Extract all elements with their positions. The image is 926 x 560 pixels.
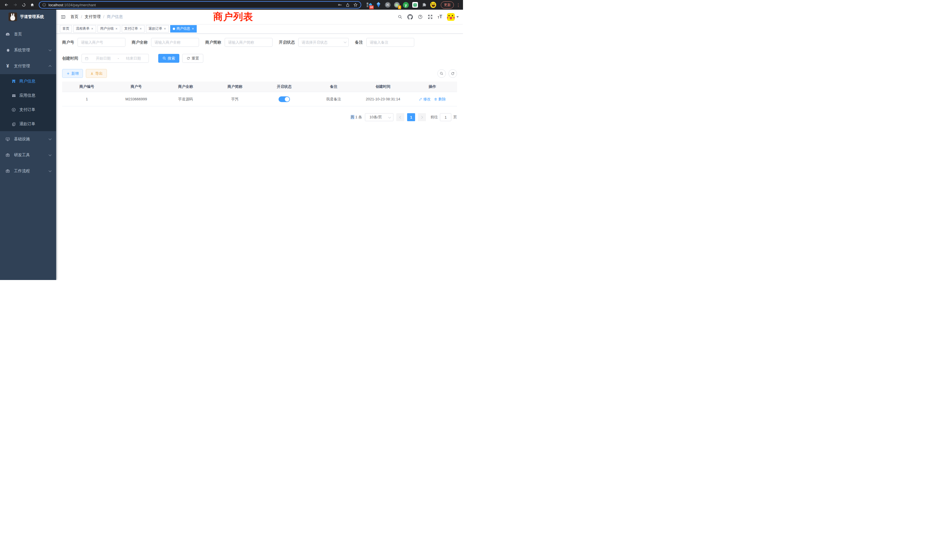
calendar-icon <box>85 56 89 61</box>
tab-process-form[interactable]: 流程表单 × <box>73 25 96 32</box>
close-icon[interactable]: × <box>192 27 194 30</box>
sketch-extension-icon[interactable]: 10 <box>366 2 372 8</box>
tab-user-group[interactable]: 用户分组 × <box>97 25 120 32</box>
sidebar-item-merchant-info[interactable]: 商户信息 <box>0 74 56 88</box>
chevron-up-icon <box>49 65 51 68</box>
pagination: 共 1 条 10条/页 1 前往 页 <box>62 113 457 121</box>
status-label: 开启状态 <box>279 40 295 45</box>
pay-order-icon <box>11 107 16 112</box>
share-icon[interactable] <box>345 3 350 7</box>
page-number-1[interactable]: 1 <box>407 113 415 121</box>
sidebar-item-app-info[interactable]: 应用信息 <box>0 88 56 103</box>
merchant-no-label: 商户号 <box>62 40 74 45</box>
sidebar-item-infra[interactable]: 基础设施 <box>0 131 56 147</box>
full-name-label: 商户全称 <box>132 40 148 45</box>
goto-page-input[interactable] <box>440 113 451 121</box>
user-avatar-menu[interactable] <box>447 13 459 21</box>
browser-forward-button[interactable] <box>11 1 19 9</box>
page-content: 商户号 商户全称 商户简称 开启状态 <box>56 34 463 280</box>
sidebar-toggle-hamburger-icon[interactable] <box>56 10 70 24</box>
column-header: 商户号 <box>112 82 161 92</box>
sidebar-item-system[interactable]: 系统管理 <box>0 42 56 58</box>
sidebar: 芋道管理系统 首页 系统管理 ¥ 支付管理 <box>0 10 56 280</box>
edit-link[interactable]: 修改 <box>419 97 431 102</box>
prev-page-button[interactable] <box>396 113 404 121</box>
sidebar-item-label: 首页 <box>14 32 22 37</box>
sidebar-item-label: 基础设施 <box>14 136 30 142</box>
app-logo[interactable]: 芋道管理系统 <box>0 10 56 24</box>
reset-button[interactable]: 重置 <box>182 54 203 63</box>
reset-button-label: 重置 <box>192 56 199 61</box>
search-button[interactable]: 搜索 <box>158 54 179 63</box>
page-size-select[interactable]: 10条/页 <box>365 113 393 121</box>
sidebar-item-workflow[interactable]: 工作流程 <box>0 163 56 179</box>
close-icon[interactable]: × <box>163 27 166 30</box>
status-select[interactable] <box>298 38 349 47</box>
status-toggle[interactable] <box>278 96 290 102</box>
sidebar-item-label: 研发工具 <box>14 153 30 158</box>
full-name-input[interactable] <box>151 38 199 47</box>
bookmark-star-icon[interactable] <box>353 3 358 7</box>
gray-extension-icon[interactable]: 1 <box>394 2 400 8</box>
y-extension-icon[interactable]: y <box>403 2 409 8</box>
cell-full-name: 芋道源码 <box>161 92 210 106</box>
sidebar-item-home[interactable]: 首页 <box>0 26 56 42</box>
chevron-down-icon <box>49 153 51 156</box>
short-name-input[interactable] <box>225 38 272 47</box>
chat-extension-icon[interactable] <box>412 2 418 8</box>
end-date-placeholder[interactable]: 结束日期 <box>121 56 146 61</box>
fullscreen-icon[interactable] <box>428 14 433 20</box>
browser-back-button[interactable] <box>3 1 10 9</box>
remark-label: 备注 <box>355 40 363 45</box>
tab-home[interactable]: 首页 <box>60 25 72 32</box>
sidebar-item-dev-tools[interactable]: 研发工具 <box>0 147 56 163</box>
command-extension-icon[interactable]: ⌘ <box>384 2 390 8</box>
delete-link[interactable]: 删除 <box>434 97 446 102</box>
cell-create-time: 2021-10-23 08:31:14 <box>359 92 408 106</box>
next-page-button[interactable] <box>418 113 426 121</box>
password-key-icon[interactable] <box>337 3 342 7</box>
tab-refund-order[interactable]: 退款订单 × <box>146 25 169 32</box>
extensions-puzzle-icon[interactable] <box>421 2 427 8</box>
profile-avatar-icon[interactable] <box>430 2 436 8</box>
tab-pay-order[interactable]: 支付订单 × <box>122 25 145 32</box>
site-info-icon[interactable] <box>42 3 46 7</box>
close-icon[interactable]: × <box>91 27 94 30</box>
remark-input[interactable] <box>366 38 414 47</box>
export-button[interactable]: 导出 <box>86 69 107 78</box>
create-time-range-picker[interactable]: 开始日期 - 结束日期 <box>82 54 149 63</box>
add-button[interactable]: 新增 <box>62 69 83 78</box>
merchant-no-input[interactable] <box>77 38 126 47</box>
browser-reload-button[interactable] <box>20 1 27 9</box>
browser-update-button[interactable]: 更新 <box>441 2 454 9</box>
font-size-icon[interactable]: TT <box>437 15 442 19</box>
toolbox-icon <box>5 153 10 157</box>
browser-home-button[interactable] <box>29 1 36 9</box>
browser-menu-icon[interactable]: ⋮ <box>456 3 460 7</box>
breadcrumb-pay[interactable]: 支付管理 <box>85 14 101 20</box>
github-icon[interactable] <box>407 14 413 20</box>
table-header-row: 商户编号 商户号 商户全称 商户简称 开启状态 备注 创建时间 操作 <box>62 82 457 92</box>
start-date-placeholder[interactable]: 开始日期 <box>91 56 115 61</box>
breadcrumb-home[interactable]: 首页 <box>70 14 79 20</box>
status-select-input[interactable] <box>298 38 349 47</box>
sidebar-item-pay-order[interactable]: 支付订单 <box>0 103 56 117</box>
close-icon[interactable]: × <box>115 27 118 30</box>
tab-merchant-info[interactable]: 商户信息 × <box>170 25 197 32</box>
column-header: 商户简称 <box>210 82 259 92</box>
refund-doc-icon <box>11 122 16 126</box>
sidebar-item-label: 工作流程 <box>14 168 30 174</box>
sidebar-item-refund-order[interactable]: 退款订单 <box>0 117 56 131</box>
merchant-table: 商户编号 商户号 商户全称 商户简称 开启状态 备注 创建时间 操作 1 M23… <box>62 82 457 106</box>
help-icon[interactable] <box>418 14 423 20</box>
url-bar[interactable]: localhost:1024/pay/merchant <box>39 1 361 9</box>
close-icon[interactable]: × <box>139 27 142 30</box>
toggle-search-button[interactable] <box>437 69 446 78</box>
sidebar-item-pay[interactable]: ¥ 支付管理 <box>0 58 56 74</box>
top-navbar: 首页 / 支付管理 / 商户信息 TT <box>56 10 463 24</box>
tab-label: 支付订单 <box>124 26 138 31</box>
toolbox-icon <box>5 169 10 173</box>
refresh-table-button[interactable] <box>448 69 457 78</box>
header-search-icon[interactable] <box>398 15 402 20</box>
kite-extension-icon[interactable] <box>375 2 381 8</box>
